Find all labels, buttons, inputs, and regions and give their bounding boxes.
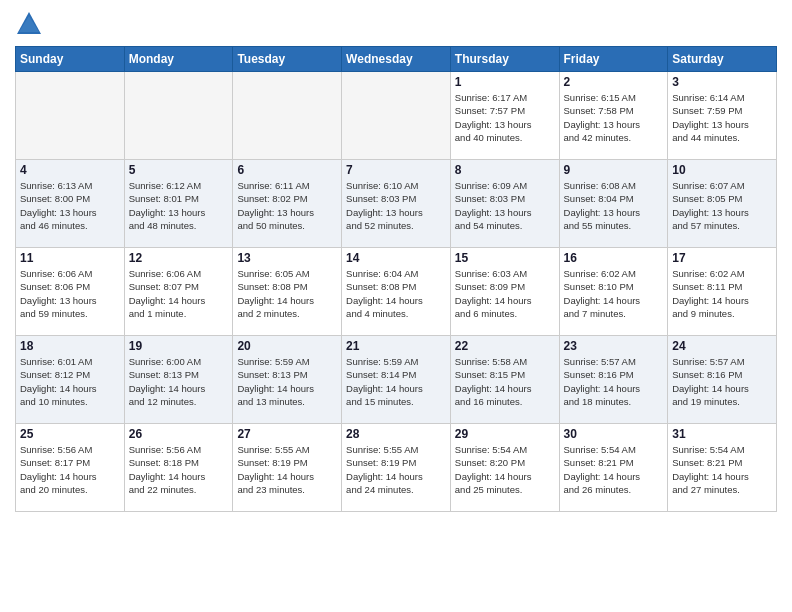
day-number: 7 [346, 163, 446, 177]
calendar-cell [16, 72, 125, 160]
calendar-cell: 26Sunrise: 5:56 AM Sunset: 8:18 PM Dayli… [124, 424, 233, 512]
weekday-header-friday: Friday [559, 47, 668, 72]
calendar-cell: 3Sunrise: 6:14 AM Sunset: 7:59 PM Daylig… [668, 72, 777, 160]
day-number: 27 [237, 427, 337, 441]
calendar-cell: 27Sunrise: 5:55 AM Sunset: 8:19 PM Dayli… [233, 424, 342, 512]
day-info: Sunrise: 5:55 AM Sunset: 8:19 PM Dayligh… [346, 443, 446, 496]
calendar-cell: 10Sunrise: 6:07 AM Sunset: 8:05 PM Dayli… [668, 160, 777, 248]
day-info: Sunrise: 5:54 AM Sunset: 8:21 PM Dayligh… [672, 443, 772, 496]
day-number: 17 [672, 251, 772, 265]
day-number: 30 [564, 427, 664, 441]
calendar-cell: 18Sunrise: 6:01 AM Sunset: 8:12 PM Dayli… [16, 336, 125, 424]
day-number: 5 [129, 163, 229, 177]
calendar-cell: 28Sunrise: 5:55 AM Sunset: 8:19 PM Dayli… [342, 424, 451, 512]
logo-icon [15, 10, 43, 38]
day-info: Sunrise: 6:06 AM Sunset: 8:06 PM Dayligh… [20, 267, 120, 320]
calendar-cell [342, 72, 451, 160]
day-number: 9 [564, 163, 664, 177]
calendar-cell: 20Sunrise: 5:59 AM Sunset: 8:13 PM Dayli… [233, 336, 342, 424]
calendar-cell: 29Sunrise: 5:54 AM Sunset: 8:20 PM Dayli… [450, 424, 559, 512]
day-info: Sunrise: 6:15 AM Sunset: 7:58 PM Dayligh… [564, 91, 664, 144]
day-number: 10 [672, 163, 772, 177]
day-number: 16 [564, 251, 664, 265]
weekday-header-saturday: Saturday [668, 47, 777, 72]
week-row-4: 25Sunrise: 5:56 AM Sunset: 8:17 PM Dayli… [16, 424, 777, 512]
day-number: 3 [672, 75, 772, 89]
day-number: 2 [564, 75, 664, 89]
week-row-0: 1Sunrise: 6:17 AM Sunset: 7:57 PM Daylig… [16, 72, 777, 160]
day-info: Sunrise: 5:59 AM Sunset: 8:14 PM Dayligh… [346, 355, 446, 408]
calendar-cell: 12Sunrise: 6:06 AM Sunset: 8:07 PM Dayli… [124, 248, 233, 336]
calendar-cell: 30Sunrise: 5:54 AM Sunset: 8:21 PM Dayli… [559, 424, 668, 512]
calendar-cell: 19Sunrise: 6:00 AM Sunset: 8:13 PM Dayli… [124, 336, 233, 424]
day-number: 23 [564, 339, 664, 353]
day-info: Sunrise: 6:14 AM Sunset: 7:59 PM Dayligh… [672, 91, 772, 144]
calendar: SundayMondayTuesdayWednesdayThursdayFrid… [15, 46, 777, 512]
calendar-cell: 11Sunrise: 6:06 AM Sunset: 8:06 PM Dayli… [16, 248, 125, 336]
logo [15, 10, 47, 38]
calendar-cell: 31Sunrise: 5:54 AM Sunset: 8:21 PM Dayli… [668, 424, 777, 512]
calendar-cell: 21Sunrise: 5:59 AM Sunset: 8:14 PM Dayli… [342, 336, 451, 424]
day-number: 24 [672, 339, 772, 353]
calendar-cell: 8Sunrise: 6:09 AM Sunset: 8:03 PM Daylig… [450, 160, 559, 248]
day-number: 19 [129, 339, 229, 353]
day-info: Sunrise: 6:02 AM Sunset: 8:10 PM Dayligh… [564, 267, 664, 320]
calendar-cell: 15Sunrise: 6:03 AM Sunset: 8:09 PM Dayli… [450, 248, 559, 336]
day-number: 15 [455, 251, 555, 265]
day-info: Sunrise: 6:00 AM Sunset: 8:13 PM Dayligh… [129, 355, 229, 408]
day-info: Sunrise: 6:09 AM Sunset: 8:03 PM Dayligh… [455, 179, 555, 232]
day-number: 28 [346, 427, 446, 441]
day-info: Sunrise: 6:08 AM Sunset: 8:04 PM Dayligh… [564, 179, 664, 232]
calendar-cell: 2Sunrise: 6:15 AM Sunset: 7:58 PM Daylig… [559, 72, 668, 160]
day-info: Sunrise: 6:03 AM Sunset: 8:09 PM Dayligh… [455, 267, 555, 320]
day-number: 21 [346, 339, 446, 353]
calendar-cell: 13Sunrise: 6:05 AM Sunset: 8:08 PM Dayli… [233, 248, 342, 336]
day-info: Sunrise: 5:56 AM Sunset: 8:18 PM Dayligh… [129, 443, 229, 496]
calendar-cell: 5Sunrise: 6:12 AM Sunset: 8:01 PM Daylig… [124, 160, 233, 248]
day-info: Sunrise: 6:05 AM Sunset: 8:08 PM Dayligh… [237, 267, 337, 320]
day-number: 13 [237, 251, 337, 265]
calendar-cell: 25Sunrise: 5:56 AM Sunset: 8:17 PM Dayli… [16, 424, 125, 512]
day-number: 1 [455, 75, 555, 89]
week-row-2: 11Sunrise: 6:06 AM Sunset: 8:06 PM Dayli… [16, 248, 777, 336]
day-info: Sunrise: 6:04 AM Sunset: 8:08 PM Dayligh… [346, 267, 446, 320]
day-info: Sunrise: 5:54 AM Sunset: 8:21 PM Dayligh… [564, 443, 664, 496]
day-number: 22 [455, 339, 555, 353]
calendar-cell: 22Sunrise: 5:58 AM Sunset: 8:15 PM Dayli… [450, 336, 559, 424]
day-info: Sunrise: 6:07 AM Sunset: 8:05 PM Dayligh… [672, 179, 772, 232]
day-info: Sunrise: 6:10 AM Sunset: 8:03 PM Dayligh… [346, 179, 446, 232]
weekday-header-row: SundayMondayTuesdayWednesdayThursdayFrid… [16, 47, 777, 72]
day-info: Sunrise: 6:17 AM Sunset: 7:57 PM Dayligh… [455, 91, 555, 144]
day-number: 8 [455, 163, 555, 177]
calendar-cell: 1Sunrise: 6:17 AM Sunset: 7:57 PM Daylig… [450, 72, 559, 160]
day-number: 14 [346, 251, 446, 265]
weekday-header-tuesday: Tuesday [233, 47, 342, 72]
day-number: 18 [20, 339, 120, 353]
week-row-1: 4Sunrise: 6:13 AM Sunset: 8:00 PM Daylig… [16, 160, 777, 248]
day-number: 12 [129, 251, 229, 265]
weekday-header-thursday: Thursday [450, 47, 559, 72]
calendar-cell: 24Sunrise: 5:57 AM Sunset: 8:16 PM Dayli… [668, 336, 777, 424]
day-info: Sunrise: 5:57 AM Sunset: 8:16 PM Dayligh… [564, 355, 664, 408]
calendar-cell: 23Sunrise: 5:57 AM Sunset: 8:16 PM Dayli… [559, 336, 668, 424]
day-info: Sunrise: 6:06 AM Sunset: 8:07 PM Dayligh… [129, 267, 229, 320]
day-number: 29 [455, 427, 555, 441]
weekday-header-wednesday: Wednesday [342, 47, 451, 72]
day-info: Sunrise: 5:57 AM Sunset: 8:16 PM Dayligh… [672, 355, 772, 408]
calendar-cell: 4Sunrise: 6:13 AM Sunset: 8:00 PM Daylig… [16, 160, 125, 248]
calendar-cell: 9Sunrise: 6:08 AM Sunset: 8:04 PM Daylig… [559, 160, 668, 248]
calendar-cell: 6Sunrise: 6:11 AM Sunset: 8:02 PM Daylig… [233, 160, 342, 248]
day-info: Sunrise: 5:55 AM Sunset: 8:19 PM Dayligh… [237, 443, 337, 496]
page: SundayMondayTuesdayWednesdayThursdayFrid… [0, 0, 792, 612]
day-info: Sunrise: 6:12 AM Sunset: 8:01 PM Dayligh… [129, 179, 229, 232]
day-number: 31 [672, 427, 772, 441]
weekday-header-monday: Monday [124, 47, 233, 72]
day-number: 26 [129, 427, 229, 441]
day-info: Sunrise: 5:58 AM Sunset: 8:15 PM Dayligh… [455, 355, 555, 408]
day-info: Sunrise: 6:13 AM Sunset: 8:00 PM Dayligh… [20, 179, 120, 232]
calendar-cell: 17Sunrise: 6:02 AM Sunset: 8:11 PM Dayli… [668, 248, 777, 336]
calendar-cell [124, 72, 233, 160]
weekday-header-sunday: Sunday [16, 47, 125, 72]
day-number: 25 [20, 427, 120, 441]
day-number: 6 [237, 163, 337, 177]
